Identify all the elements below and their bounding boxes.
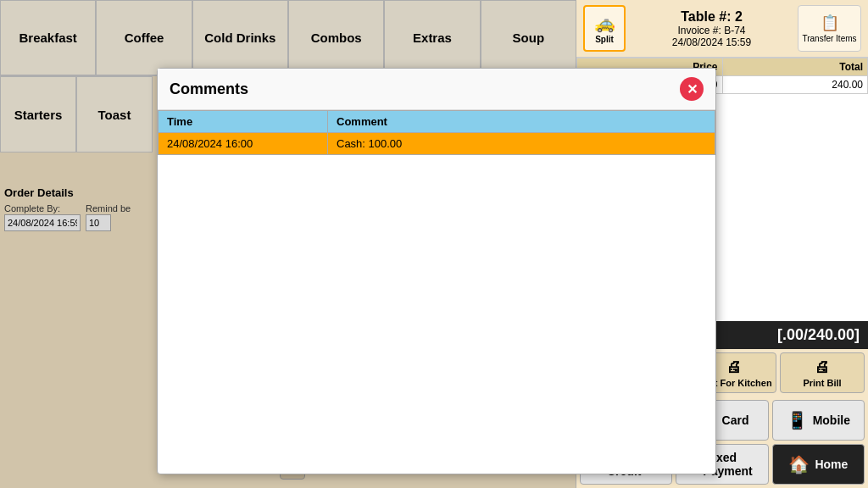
comment-text: Cash: 100.00: [328, 133, 715, 155]
col-time-header: Time: [159, 111, 328, 133]
comment-row[interactable]: 24/08/2024 16:00 Cash: 100.00: [159, 133, 715, 155]
total-cell: 240.00: [722, 76, 868, 94]
comments-table: Time Comment 24/08/2024 16:00 Cash: 100.…: [158, 110, 715, 155]
modal-header: Comments ✕: [158, 69, 715, 110]
mobile-button[interactable]: 📱 Mobile: [772, 400, 865, 441]
transfer-button[interactable]: 📋 Transfer Items: [798, 5, 861, 52]
transfer-icon: 📋: [821, 14, 839, 32]
comment-time: 24/08/2024 16:00: [159, 133, 328, 155]
comments-modal: Comments ✕ Time Comment 24/08/2024 16:00…: [157, 68, 716, 474]
split-icon: 🚕: [594, 13, 615, 33]
mobile-icon: 📱: [787, 410, 808, 430]
col-total-header: Total: [722, 58, 868, 76]
table-datetime: 24/08/2024 15:59: [630, 36, 793, 48]
mobile-label: Mobile: [813, 413, 850, 427]
table-number: Table #: 2: [630, 9, 793, 25]
home-button[interactable]: 🏠 Home: [772, 444, 865, 485]
card-label: Card: [722, 413, 749, 427]
print-bill-button[interactable]: 🖨 Print Bill: [780, 352, 865, 393]
split-label: Split: [595, 35, 614, 44]
col-comment-header: Comment: [328, 111, 715, 133]
invoice-number: Invoice #: B-74: [630, 25, 793, 36]
table-header: 🚕 Split Table #: 2 Invoice #: B-74 24/08…: [576, 0, 868, 58]
home-icon: 🏠: [788, 454, 810, 474]
modal-content: Time Comment 24/08/2024 16:00 Cash: 100.…: [158, 110, 715, 155]
print-kitchen-icon: 🖨: [726, 358, 742, 376]
print-bill-label: Print Bill: [803, 378, 841, 388]
modal-close-button[interactable]: ✕: [680, 77, 704, 101]
home-label: Home: [815, 458, 848, 471]
split-button[interactable]: 🚕 Split: [583, 5, 626, 52]
table-info: Table #: 2 Invoice #: B-74 24/08/2024 15…: [626, 9, 798, 48]
print-bill-icon: 🖨: [815, 358, 830, 376]
modal-title: Comments: [170, 80, 248, 98]
transfer-label: Transfer Items: [802, 34, 856, 43]
